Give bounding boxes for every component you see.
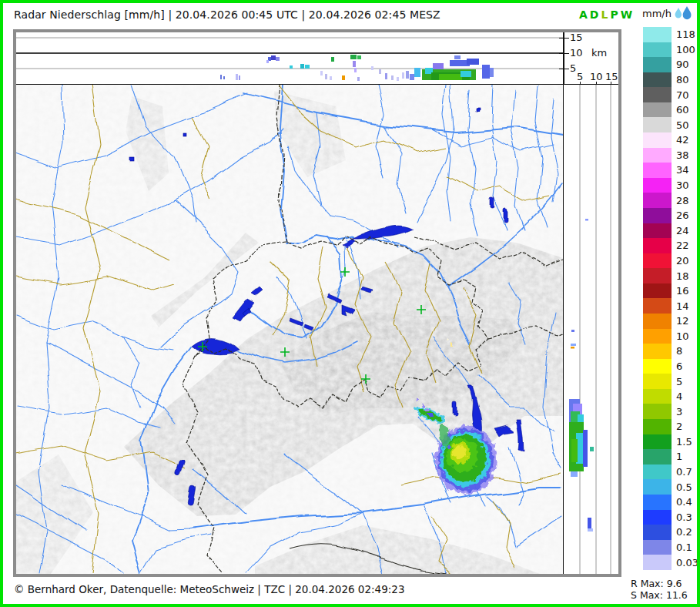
legend-swatch <box>643 57 672 72</box>
page-title: Radar Niederschlag [mm/h] | 20.04.2026 0… <box>14 8 440 21</box>
legend-value-label: 80 <box>676 74 689 86</box>
legend-value-label: 3 <box>676 406 682 418</box>
legend-value-label: 0.3 <box>676 511 692 523</box>
legend-entry: 28 <box>643 193 700 208</box>
legend-value-label: 0.7 <box>676 466 692 478</box>
legend-swatch <box>643 344 672 359</box>
legend-value-label: 16 <box>676 285 689 297</box>
legend-value-label: 118 <box>676 29 695 40</box>
max-stats: R Max: 9.6 S Max: 11.6 <box>631 578 688 601</box>
legend-entry: 30 <box>643 178 700 193</box>
legend-value-label: 8 <box>676 345 682 357</box>
legend-value-label: 10 <box>676 330 689 342</box>
profile-top-strip <box>16 32 564 85</box>
altitude-tick-5 <box>559 69 569 69</box>
legend-entry: 34 <box>643 163 700 178</box>
legend-entry: 5 <box>643 374 700 389</box>
legend-entry: 14 <box>643 298 700 314</box>
legend-value-label: 5 <box>676 376 682 387</box>
legend-entry: 0.2 <box>643 525 700 540</box>
legend-value-label: 22 <box>676 240 689 251</box>
legend-value-label: 14 <box>676 300 689 312</box>
legend-swatch <box>643 87 672 102</box>
station-letter-a: A <box>579 8 588 21</box>
legend-swatch <box>643 102 672 118</box>
legend-entry: 24 <box>643 223 700 239</box>
altitude-label-5: 5 <box>570 63 576 74</box>
legend-swatch <box>643 329 672 344</box>
radar-app-window: Radar Niederschlag [mm/h] | 20.04.2026 0… <box>0 0 700 607</box>
legend-swatch <box>643 148 672 163</box>
legend-value-label: 24 <box>676 225 689 236</box>
legend-entry: 20 <box>643 253 700 269</box>
copyright-text: © Bernhard Oker, Datenquelle: MeteoSchwe… <box>14 583 404 595</box>
legend-value-label: 50 <box>676 119 689 131</box>
legend-value-label: 6 <box>676 361 682 372</box>
legend-value-label: 38 <box>676 149 689 161</box>
legend-value-label: 90 <box>676 59 689 70</box>
legend-swatch <box>643 314 672 329</box>
legend-value-label: 60 <box>676 104 689 116</box>
radar-station-status: ADLPW <box>579 8 635 21</box>
legend-value-label: 2 <box>676 421 682 432</box>
legend-swatch <box>643 268 672 283</box>
legend-value-label: 30 <box>676 179 689 191</box>
legend-value-label: 20 <box>676 255 689 267</box>
legend-swatch <box>643 389 672 404</box>
s-max-value: S Max: 11.6 <box>631 589 688 601</box>
legend-entry: 4 <box>643 389 700 404</box>
r-max-value: R Max: 9.6 <box>631 578 688 589</box>
legend-entry: 0.5 <box>643 479 700 495</box>
legend-entry: 10 <box>643 329 700 344</box>
legend-swatch <box>643 540 672 555</box>
legend-entry: 18 <box>643 268 700 283</box>
legend-entry: 100 <box>643 42 700 58</box>
distance-label-5: 5 <box>577 72 583 82</box>
raindrops-icon <box>672 5 694 23</box>
legend-value-label: 26 <box>676 210 689 221</box>
precipitation-legend: 1181009080706050423834302826242220181614… <box>643 27 700 570</box>
legend-entry: 1.5 <box>643 434 700 450</box>
legend-swatch <box>643 555 672 570</box>
legend-swatch <box>643 132 672 148</box>
station-letter-p: P <box>610 8 618 21</box>
legend-value-label: 28 <box>676 195 689 206</box>
legend-entry: 118 <box>643 27 700 42</box>
legend-entry: 90 <box>643 57 700 72</box>
legend-value-label: 1 <box>676 451 682 462</box>
legend-entry: 42 <box>643 132 700 148</box>
station-letter-w: W <box>621 8 632 21</box>
legend-swatch <box>643 464 672 480</box>
legend-entry: 6 <box>643 359 700 374</box>
altitude-unit-label: km <box>591 48 607 59</box>
legend-swatch <box>643 525 672 540</box>
legend-swatch <box>643 163 672 178</box>
legend-value-label: 0.2 <box>676 526 692 538</box>
legend-swatch <box>643 223 672 239</box>
station-letter-d: D <box>590 8 599 21</box>
altitude-label-10: 10 <box>570 48 583 59</box>
altitude-label-15: 15 <box>570 32 583 43</box>
radar-plot-frame: 15 10 5 km 5 10 15 <box>13 29 621 577</box>
legend-swatch <box>643 449 672 464</box>
legend-entry: 0.1 <box>643 540 700 555</box>
legend-swatch <box>643 434 672 450</box>
legend-swatch <box>643 419 672 434</box>
altitude-tick-15 <box>559 38 569 39</box>
legend-value-label: 100 <box>676 44 695 55</box>
legend-swatch <box>643 298 672 314</box>
legend-entry: 80 <box>643 72 700 88</box>
legend-value-label: 42 <box>676 134 689 146</box>
legend-swatch <box>643 117 672 132</box>
legend-swatch <box>643 510 672 525</box>
legend-entry: 12 <box>643 314 700 329</box>
legend-entry: 8 <box>643 344 700 359</box>
legend-value-label: 34 <box>676 164 689 176</box>
legend-swatch <box>643 253 672 269</box>
legend-swatch <box>643 283 672 299</box>
legend-value-label: 70 <box>676 89 689 101</box>
legend-value-label: 18 <box>676 270 689 282</box>
legend-value-label: 0.4 <box>676 496 692 508</box>
legend-value-label: 0.1 <box>676 542 692 553</box>
legend-value-label: 12 <box>676 315 689 327</box>
